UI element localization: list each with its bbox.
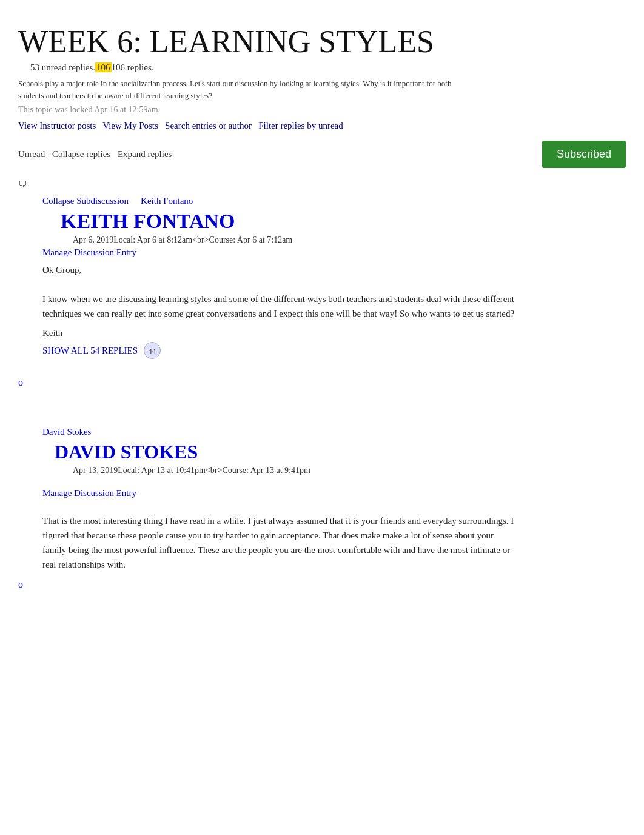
collapse-link[interactable]: Collapse replies [52, 149, 110, 159]
o-indicator-2: o [18, 579, 626, 590]
reply-count-badge-1: 44 [144, 342, 161, 359]
unread-control[interactable]: Unread [18, 149, 45, 159]
page-title: WEEK 6: LEARNING STYLES [18, 24, 626, 59]
post-date-1: Apr 6, 2019Local: Apr 6 at 8:12am<br>Cou… [73, 235, 626, 245]
locked-notice: This topic was locked Apr 16 at 12:59am. [18, 105, 626, 115]
discussion-thread-1: Collapse Subdiscussion Keith Fontano KEI… [42, 196, 626, 359]
manage-discussion-link-2[interactable]: Manage Discussion Entry [42, 488, 626, 498]
discussion-description: Schools play a major role in the sociali… [18, 78, 473, 101]
date-text-2: Apr 13, 2019 [73, 466, 118, 475]
course-time-2: Course: Apr 13 at 9:41pm [222, 466, 310, 475]
thread-header-2: David Stokes [42, 427, 626, 437]
author-name-large-2[interactable]: DAVID STOKES [55, 441, 626, 463]
body-text-1: I know when we are discussing learning s… [42, 292, 515, 321]
post-content-1: Ok Group, I know when we are discussing … [42, 263, 515, 321]
controls-row: Unread Collapse replies Expand replies S… [18, 141, 626, 168]
thread-header-1: Collapse Subdiscussion Keith Fontano [42, 196, 626, 206]
discussion-thread-2: David Stokes DAVID STOKES Apr 13, 2019Lo… [42, 427, 626, 572]
controls-left: Unread Collapse replies Expand replies [18, 149, 176, 159]
view-my-posts-link[interactable]: View My Posts [102, 121, 158, 130]
show-replies-container-1: SHOW ALL 54 REPLIES 44 [42, 342, 626, 359]
post-date-2: Apr 13, 2019Local: Apr 13 at 10:41pm<br>… [73, 466, 626, 475]
local-time-2: Local: Apr 13 at 10:41pm [118, 466, 206, 475]
expand-link[interactable]: Expand replies [118, 149, 172, 159]
post-content-2: That is the most interesting thing I hav… [42, 514, 515, 572]
o-indicator-1: o [18, 377, 626, 388]
date-text-1: Apr 6, 2019 [73, 235, 113, 244]
view-instructor-link[interactable]: View Instructor posts [18, 121, 96, 130]
author-sig-1: Keith [42, 328, 626, 338]
unread-link[interactable]: Unread [18, 149, 45, 159]
action-bar: View Instructor posts View My Posts Sear… [18, 121, 626, 131]
subscribed-button[interactable]: Subscribed [542, 141, 626, 168]
collapse-subdiscussion-link-1[interactable]: Collapse Subdiscussion [42, 196, 129, 206]
reply-highlight: 106 [95, 62, 112, 72]
manage-discussion-link-1[interactable]: Manage Discussion Entry [42, 247, 626, 258]
author-link-1[interactable]: Keith Fontano [141, 196, 193, 206]
body-text-2: That is the most interesting thing I hav… [42, 514, 515, 572]
collapse-control[interactable]: Collapse replies [52, 149, 110, 159]
collapse-indicator: 🗨 [18, 180, 626, 190]
author-link-2[interactable]: David Stokes [42, 427, 91, 437]
show-replies-link-1[interactable]: SHOW ALL 54 REPLIES [42, 346, 138, 355]
unread-count: 53 unread replies. [30, 62, 95, 72]
reply-total: 106 replies. [112, 62, 154, 72]
author-name-large-1[interactable]: KEITH FONTANO [61, 210, 626, 233]
expand-control[interactable]: Expand replies [118, 149, 172, 159]
local-time-1: Local: Apr 6 at 8:12am [113, 235, 192, 244]
reply-counts: 53 unread replies.106106 replies. [18, 62, 626, 73]
filter-link[interactable]: Filter replies by unread [258, 121, 343, 130]
course-time-1: Course: Apr 6 at 7:12am [209, 235, 293, 244]
search-link[interactable]: Search entries or author [165, 121, 252, 130]
greeting-1: Ok Group, [42, 263, 515, 277]
